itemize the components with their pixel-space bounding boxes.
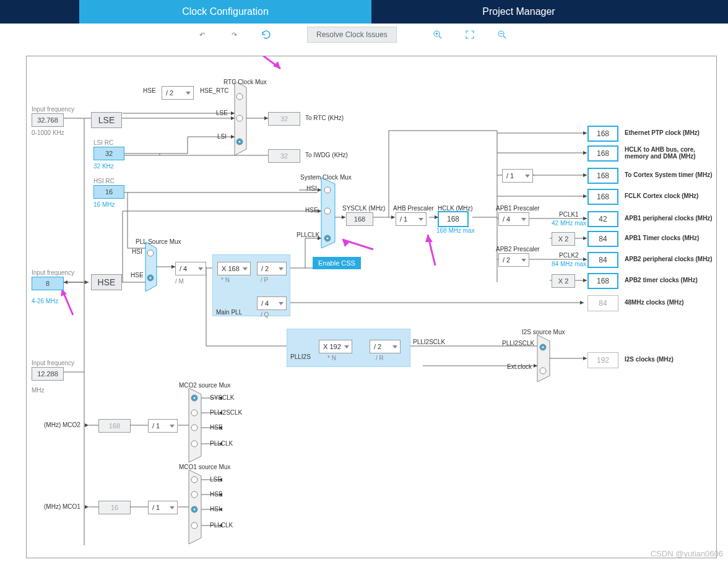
redo-icon[interactable]: ↷ [227, 28, 241, 41]
tab-right-spacer [666, 0, 728, 24]
tab-project-manager[interactable]: Project Manager [371, 0, 666, 24]
top-tabs: Clock Configuration Project Manager [0, 0, 728, 24]
tab-spacer [0, 0, 79, 24]
resolve-clock-issues-button[interactable]: Resolve Clock Issues [307, 27, 397, 43]
tab-clock-config[interactable]: Clock Configuration [79, 0, 371, 24]
undo-icon[interactable]: ↶ [195, 28, 209, 41]
fit-screen-icon[interactable] [463, 28, 477, 41]
zoom-out-icon[interactable] [495, 28, 509, 41]
toolbar: ↶ ↷ Resolve Clock Issues [0, 24, 728, 46]
zoom-in-icon[interactable] [431, 28, 444, 41]
refresh-icon[interactable] [259, 28, 273, 41]
